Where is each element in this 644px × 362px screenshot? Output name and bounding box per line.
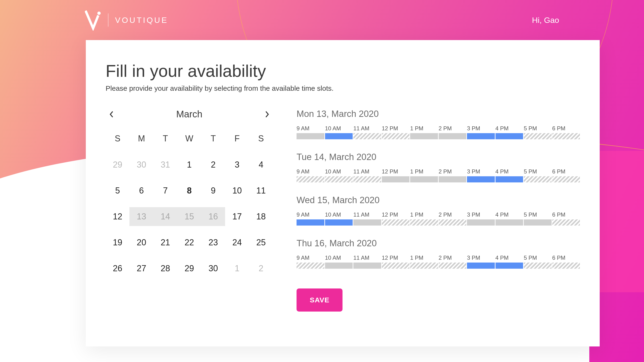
brand-block: VOUTIQUE <box>85 10 168 31</box>
time-slot[interactable] <box>296 133 324 139</box>
time-slot[interactable] <box>439 133 466 139</box>
hour-label: 12 PM <box>382 254 410 261</box>
time-slot[interactable] <box>439 176 466 182</box>
time-slot[interactable] <box>325 133 353 139</box>
calendar-day-cell[interactable]: 21 <box>154 233 177 252</box>
calendar-day-cell[interactable]: 25 <box>249 233 273 252</box>
calendar-day-cell[interactable]: 30 <box>201 259 225 278</box>
time-slot[interactable] <box>410 176 438 182</box>
time-slot[interactable] <box>325 262 353 269</box>
day-block: Tue 14, March 20209 AM10 AM11 AM12 PM1 P… <box>296 152 580 182</box>
calendar-day-cell[interactable]: 27 <box>130 259 153 278</box>
calendar-day-cell[interactable]: 11 <box>249 181 273 200</box>
time-slot <box>439 262 466 269</box>
calendar-day-cell[interactable]: 14 <box>154 207 177 226</box>
calendar-day-cell[interactable]: 19 <box>106 233 130 252</box>
hour-label: 6 PM <box>552 254 580 261</box>
time-slot <box>524 133 552 139</box>
calendar-day-cell[interactable]: 20 <box>130 233 153 252</box>
time-slot[interactable] <box>467 133 495 139</box>
hour-label: 12 PM <box>382 125 410 132</box>
calendar: March SMTWTFS293031123456789101112131415… <box>106 109 273 312</box>
calendar-day-cell[interactable]: 22 <box>177 233 201 252</box>
time-slot <box>524 262 552 269</box>
calendar-day-cell[interactable]: 13 <box>130 207 153 226</box>
slot-row <box>296 176 580 182</box>
time-slot <box>524 176 552 182</box>
time-slot[interactable] <box>353 262 381 269</box>
calendar-day-cell[interactable]: 17 <box>225 207 249 226</box>
time-slot[interactable] <box>353 220 381 226</box>
hour-label: 9 AM <box>296 125 324 132</box>
calendar-day-cell[interactable]: 7 <box>154 181 177 200</box>
time-slot <box>353 176 381 182</box>
calendar-day-cell[interactable]: 6 <box>130 181 153 200</box>
hour-label: 1 PM <box>410 254 438 261</box>
save-button[interactable]: SAVE <box>296 288 342 312</box>
calendar-day-cell[interactable]: 12 <box>106 207 130 226</box>
time-slot <box>439 220 466 226</box>
hour-label: 9 AM <box>296 168 324 175</box>
calendar-prev-button[interactable] <box>107 110 116 119</box>
calendar-day-cell[interactable]: 2 <box>201 155 225 174</box>
calendar-day-cell[interactable]: 28 <box>154 259 177 278</box>
time-slot <box>382 133 410 139</box>
hour-label: 6 PM <box>552 125 580 132</box>
brand-divider <box>108 14 108 27</box>
calendar-month-label: March <box>116 109 262 120</box>
hour-label: 1 PM <box>410 212 438 218</box>
hour-label: 3 PM <box>467 125 495 132</box>
user-greeting: Hi, Gao <box>532 16 559 25</box>
calendar-day-cell[interactable]: 10 <box>225 181 249 200</box>
calendar-day-cell[interactable]: 15 <box>177 207 201 226</box>
hour-label: 6 PM <box>552 212 580 218</box>
calendar-day-cell[interactable]: 24 <box>225 233 249 252</box>
time-slot[interactable] <box>524 220 552 226</box>
hour-labels: 9 AM10 AM11 AM12 PM1 PM2 PM3 PM4 PM5 PM6… <box>296 212 580 218</box>
hour-label: 11 AM <box>353 168 381 175</box>
hour-label: 9 AM <box>296 212 324 218</box>
calendar-day-cell[interactable]: 3 <box>225 155 249 174</box>
day-title: Wed 15, March 2020 <box>296 195 580 205</box>
calendar-day-cell[interactable]: 8 <box>177 181 201 200</box>
calendar-day-cell[interactable]: 16 <box>201 207 225 226</box>
calendar-day-cell[interactable]: 5 <box>106 181 130 200</box>
time-slot[interactable] <box>496 262 523 269</box>
calendar-day-header: F <box>225 134 249 148</box>
time-slot[interactable] <box>410 133 438 139</box>
time-slot[interactable] <box>325 220 353 226</box>
calendar-day-cell[interactable]: 1 <box>225 259 249 278</box>
hour-label: 12 PM <box>382 212 410 218</box>
time-slot[interactable] <box>467 262 495 269</box>
calendar-day-cell[interactable]: 1 <box>177 155 201 174</box>
calendar-day-cell[interactable]: 18 <box>249 207 273 226</box>
day-block: Thu 16, March 20209 AM10 AM11 AM12 PM1 P… <box>296 238 580 269</box>
hour-label: 4 PM <box>496 254 523 261</box>
time-slot <box>552 220 580 226</box>
time-slot[interactable] <box>496 220 523 226</box>
calendar-day-cell[interactable]: 2 <box>249 259 273 278</box>
time-slot[interactable] <box>467 220 495 226</box>
calendar-day-cell[interactable]: 29 <box>106 155 130 174</box>
day-title: Thu 16, March 2020 <box>296 238 580 248</box>
hour-label: 5 PM <box>524 168 552 175</box>
time-slot <box>410 220 438 226</box>
time-slot <box>552 176 580 182</box>
hour-label: 10 AM <box>325 254 353 261</box>
calendar-day-cell[interactable]: 31 <box>154 155 177 174</box>
calendar-day-cell[interactable]: 23 <box>201 233 225 252</box>
page-title: Fill in your availability <box>106 61 580 80</box>
time-slot[interactable] <box>467 176 495 182</box>
hour-label: 1 PM <box>410 168 438 175</box>
time-slot[interactable] <box>496 133 523 139</box>
time-slot[interactable] <box>496 176 523 182</box>
calendar-day-cell[interactable]: 9 <box>201 181 225 200</box>
calendar-day-cell[interactable]: 29 <box>177 259 201 278</box>
calendar-next-button[interactable] <box>262 110 272 119</box>
calendar-day-cell[interactable]: 26 <box>106 259 130 278</box>
time-slot <box>382 220 410 226</box>
time-slot[interactable] <box>382 176 410 182</box>
time-slot[interactable] <box>296 220 324 226</box>
calendar-day-cell[interactable]: 30 <box>130 155 153 174</box>
calendar-day-cell[interactable]: 4 <box>249 155 273 174</box>
